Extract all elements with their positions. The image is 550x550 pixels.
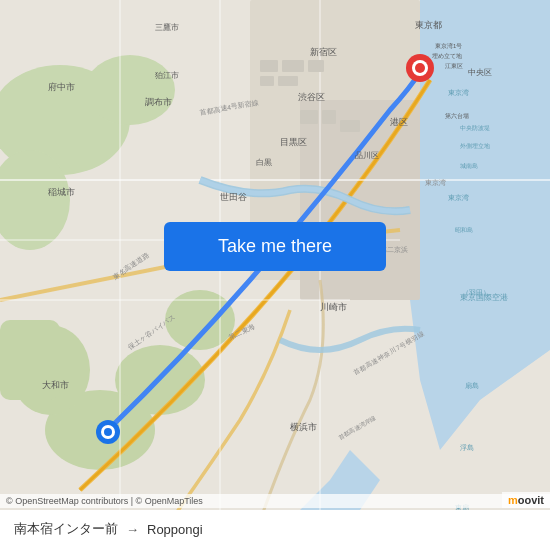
svg-point-6 <box>165 290 235 350</box>
svg-text:大和市: 大和市 <box>42 380 69 390</box>
copyright-text: © OpenStreetMap contributors | © OpenMap… <box>6 496 203 506</box>
svg-text:浮島: 浮島 <box>460 444 474 451</box>
svg-text:川崎市: 川崎市 <box>320 302 347 312</box>
svg-text:狛江市: 狛江市 <box>155 71 179 80</box>
svg-text:外側埋立地: 外側埋立地 <box>460 142 490 149</box>
svg-rect-21 <box>308 60 324 72</box>
svg-text:稲城市: 稲城市 <box>48 187 75 197</box>
svg-text:中央防波堤: 中央防波堤 <box>460 125 490 131</box>
svg-rect-25 <box>322 110 336 124</box>
svg-text:埋め立て地: 埋め立て地 <box>431 52 462 59</box>
svg-text:城南島: 城南島 <box>459 163 478 169</box>
svg-text:品川区: 品川区 <box>355 151 379 160</box>
svg-text:横浜市: 横浜市 <box>290 422 317 432</box>
svg-text:東京湾: 東京湾 <box>425 179 446 186</box>
svg-text:府中市: 府中市 <box>48 82 75 92</box>
svg-text:中央区: 中央区 <box>468 68 492 77</box>
svg-text:東京湾: 東京湾 <box>448 194 469 201</box>
svg-point-32 <box>104 428 112 436</box>
map-container: 新宿区 渋谷区 中央区 東京都 目黒区 世田谷 調布市 府中市 稲城市 狛江市 … <box>0 0 550 550</box>
svg-text:三鷹市: 三鷹市 <box>155 23 179 32</box>
svg-text:扇島: 扇島 <box>465 382 479 389</box>
svg-rect-20 <box>282 60 304 72</box>
copyright-bar: © OpenStreetMap contributors | © OpenMap… <box>0 494 550 508</box>
svg-rect-24 <box>300 110 318 124</box>
svg-text:新宿区: 新宿区 <box>310 47 337 57</box>
svg-point-29 <box>415 63 425 73</box>
svg-text:東京湾1号: 東京湾1号 <box>435 42 462 49</box>
bottom-bar: 南本宿インター前 → Roppongi <box>0 510 550 550</box>
svg-rect-19 <box>260 60 278 72</box>
svg-text:白黒: 白黒 <box>256 158 272 167</box>
svg-text:江東区: 江東区 <box>445 63 463 69</box>
svg-point-4 <box>85 55 175 125</box>
direction-arrow: → <box>126 522 139 537</box>
map-background: 新宿区 渋谷区 中央区 東京都 目黒区 世田谷 調布市 府中市 稲城市 狛江市 … <box>0 0 550 550</box>
moovit-logo: moovit <box>502 492 550 508</box>
svg-rect-23 <box>278 76 298 86</box>
origin-label: 南本宿インター前 <box>14 520 118 538</box>
svg-rect-22 <box>260 76 274 86</box>
moovit-text: m <box>508 494 518 506</box>
svg-rect-26 <box>340 120 360 132</box>
svg-text:調布市: 調布市 <box>145 97 172 107</box>
svg-text:東京都: 東京都 <box>415 20 442 30</box>
svg-text:第六台場: 第六台場 <box>445 112 469 119</box>
take-me-there-button[interactable]: Take me there <box>164 222 386 271</box>
svg-text:渋谷区: 渋谷区 <box>298 92 325 102</box>
destination-label: Roppongi <box>147 522 203 537</box>
svg-text:目黒区: 目黒区 <box>280 137 307 147</box>
svg-text:世田谷: 世田谷 <box>220 192 247 202</box>
svg-text:東京湾: 東京湾 <box>448 89 469 96</box>
moovit-brand: oovit <box>518 494 544 506</box>
svg-text:（羽田）: （羽田） <box>462 289 490 297</box>
svg-text:昭和島: 昭和島 <box>455 227 473 233</box>
svg-text:港区: 港区 <box>390 117 408 127</box>
